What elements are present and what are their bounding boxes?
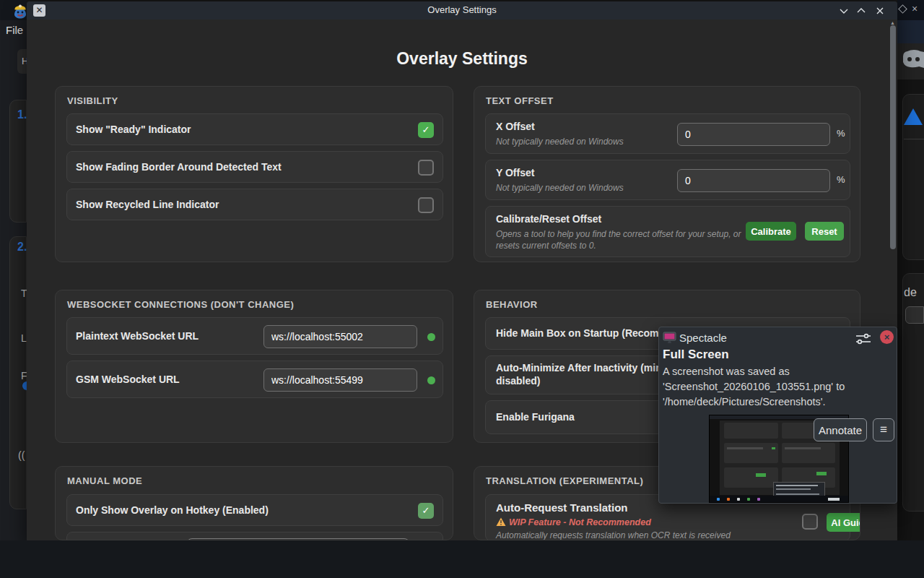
notification-close-button[interactable]: × (880, 330, 894, 344)
spectacle-notification: Spectacle × Full Screen A screenshot was… (658, 327, 897, 504)
notification-app-name: Spectacle (679, 332, 727, 344)
setting-label: disabled) (496, 375, 540, 387)
setting-row: Show "Ready" Indicator ✓ (66, 113, 443, 145)
minimize-button[interactable] (838, 5, 850, 17)
wip-warning-text: WIP Feature - Not Recommended (509, 517, 651, 527)
setting-row: Y Offset Not typically needed on Windows… (485, 160, 850, 200)
setting-note: Not typically needed on Windows (496, 137, 624, 147)
setting-label: Hide Main Box on Startup (Recommend (496, 327, 686, 339)
section-title: TEXT OFFSET (486, 95, 554, 106)
unit-label: % (837, 128, 845, 139)
configure-notification-icon[interactable] (855, 332, 871, 345)
spectacle-icon (663, 332, 676, 344)
background-blue-triangle (904, 108, 923, 125)
setting-row: Plaintext WebSocket URL (66, 317, 443, 355)
background-navy-strip (897, 20, 924, 43)
setting-row (66, 532, 443, 540)
warning-icon (496, 517, 506, 527)
taskbar (0, 540, 924, 578)
setting-row: Only Show Overlay on Hotkey (Enabled) ✓ (66, 494, 443, 526)
page-title: Overlay Settings (27, 49, 897, 69)
setting-note: resets current offsets to 0. (496, 241, 596, 251)
window-title: Overlay Settings (27, 4, 897, 15)
background-text-fragment: (( (18, 449, 25, 461)
setting-label: Show Fading Border Around Detected Text (76, 161, 282, 173)
x-offset-input[interactable] (677, 123, 830, 146)
setting-row: X Offset Not typically needed on Windows… (485, 113, 850, 154)
scrollbar-thumb[interactable] (890, 25, 896, 249)
fading-border-checkbox[interactable] (418, 160, 434, 176)
setting-label: X Offset (496, 121, 535, 132)
scrollbar-up-arrow[interactable]: ▲ (890, 20, 895, 25)
step-1-number: 1. (17, 108, 27, 121)
setting-note: Automatically requests translation when … (496, 530, 731, 540)
setting-row: GSM WebSocket URL (66, 361, 443, 398)
section-title: VISIBILITY (67, 95, 118, 106)
setting-note: Opens a tool to help you find the correc… (496, 229, 741, 239)
background-input-fragment (905, 306, 924, 324)
connection-status-dot (427, 333, 435, 341)
gsm-websocket-url-input[interactable] (263, 368, 417, 392)
unit-label: % (837, 174, 845, 185)
notification-menu-button[interactable]: ≡ (873, 418, 894, 441)
setting-note: Not typically needed on Windows (496, 183, 624, 193)
visibility-section: VISIBILITY Show "Ready" Indicator ✓ Show… (55, 86, 453, 262)
notification-message: A screenshot was saved as 'Screenshot_20… (663, 364, 895, 410)
auto-request-translation-checkbox[interactable] (802, 514, 818, 530)
setting-label: Show "Ready" Indicator (76, 124, 191, 135)
background-text-fragment: de (904, 286, 917, 299)
ready-indicator-checkbox[interactable]: ✓ (418, 122, 434, 138)
setting-row: Show Fading Border Around Detected Text (66, 151, 443, 183)
section-title: BEHAVIOR (486, 299, 538, 310)
notification-heading: Full Screen (663, 348, 729, 362)
background-window-right-titlebar: × (897, 0, 924, 20)
close-icon[interactable]: × (912, 3, 918, 14)
hotkey-only-checkbox[interactable]: ✓ (418, 503, 434, 519)
setting-label: Enable Furigana (496, 411, 575, 423)
setting-label: Auto-Request Translation (496, 501, 628, 514)
setting-row: Calibrate/Reset Offset Opens a tool to h… (485, 206, 850, 257)
discord-icon (897, 43, 924, 79)
reset-button[interactable]: Reset (805, 222, 844, 241)
setting-row: Show Recycled Line Indicator (66, 189, 443, 220)
restore-icon[interactable] (898, 4, 907, 14)
setting-label: Y Offset (496, 167, 534, 178)
setting-label: Calibrate/Reset Offset (496, 213, 601, 225)
text-offset-section: TEXT OFFSET X Offset Not typically neede… (474, 86, 860, 262)
annotate-button[interactable]: Annotate (814, 418, 867, 441)
divider (904, 139, 924, 139)
file-menu[interactable]: File (6, 24, 23, 36)
setting-label: GSM WebSocket URL (76, 374, 180, 385)
section-title: WEBSOCKET CONNECTIONS (DON'T CHANGE) (67, 299, 294, 310)
desktop: File Ho 1. 2. T L F (( × de ✕ Overlay Se… (0, 0, 924, 578)
setting-label: Show Recycled Line Indicator (76, 199, 219, 210)
ai-guide-button[interactable]: AI Guide (827, 513, 860, 532)
setting-label: Plaintext WebSocket URL (76, 330, 199, 342)
recycled-line-checkbox[interactable] (418, 197, 434, 213)
y-offset-input[interactable] (677, 169, 830, 192)
step-2-number: 2. (17, 241, 27, 254)
calibrate-button[interactable]: Calibrate (746, 222, 796, 241)
window-titlebar[interactable]: ✕ Overlay Settings (27, 1, 897, 20)
setting-label: Only Show Overlay on Hotkey (Enabled) (76, 504, 269, 516)
setting-label: Auto-Minimize After Inactivity (minutes (496, 362, 683, 374)
websocket-section: WEBSOCKET CONNECTIONS (DON'T CHANGE) Pla… (55, 290, 453, 443)
connection-status-dot (427, 376, 435, 384)
section-title: TRANSLATION (EXPERIMENTAL) (486, 475, 643, 486)
close-button[interactable] (874, 5, 886, 17)
manual-mode-section: MANUAL MODE Only Show Overlay on Hotkey … (55, 466, 453, 540)
section-title: MANUAL MODE (67, 475, 142, 486)
plaintext-websocket-url-input[interactable] (263, 325, 417, 348)
background-text-fragment: L (21, 332, 27, 344)
maximize-button[interactable] (855, 5, 867, 17)
